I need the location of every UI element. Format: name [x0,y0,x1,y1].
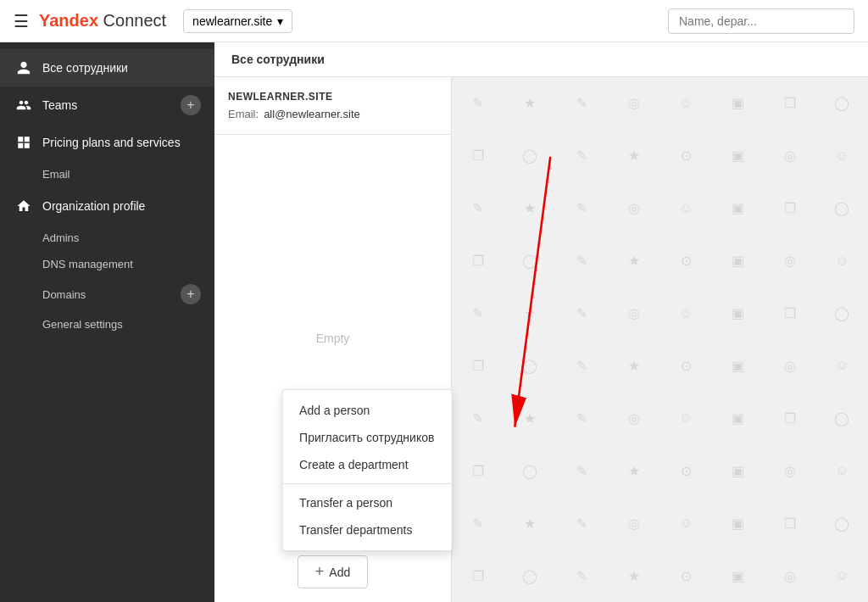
grid-icon: ◯ [504,339,555,392]
logo-connect: Connect [98,11,166,31]
dropdown-item-transfer-person[interactable]: Transfer a person [282,489,451,516]
people-icon [14,95,34,115]
grid-icon [14,132,34,153]
sidebar-item-general[interactable]: General settings [0,311,214,337]
email-label: Email: [228,108,259,120]
home-icon [14,196,34,216]
sidebar-item-label-dns: DNS management [42,258,133,270]
grid-icon: ✎ [452,77,504,130]
grid-icon: ✎ [556,287,608,340]
add-button[interactable]: + Add [298,555,368,588]
dropdown-item-add-person[interactable]: Add a person [282,397,451,424]
grid-icon: ▣ [712,339,764,392]
grid-icon: ☺ [816,339,868,392]
grid-icon: ❐ [452,235,504,287]
grid-icon: ❐ [452,444,504,497]
sidebar-item-admins[interactable]: Admins [0,225,214,251]
grid-icon: ▣ [712,130,764,182]
dropdown-divider [282,483,451,484]
grid-icon: ⊙ [660,444,712,497]
teams-add-button[interactable]: + [181,95,201,115]
grid-icon: ✎ [556,77,608,130]
grid-icon: ◯ [816,182,868,235]
grid-icon: ★ [608,130,659,182]
grid-icon: ◯ [504,130,555,182]
grid-icon: ☺ [816,444,868,497]
grid-icon: ▣ [712,235,764,287]
grid-icon: ◎ [764,549,815,602]
dropdown-item-create-dept[interactable]: Create a department [282,451,451,478]
logo-yandex: Yandex [39,11,98,31]
sidebar-item-dns[interactable]: DNS management [0,251,214,277]
sidebar-item-all-employees[interactable]: Все сотрудники [0,49,214,86]
grid-icon: ◯ [816,497,868,549]
dropdown-item-invite[interactable]: Пригласить сотрудников [282,424,451,451]
domain-value: newlearner.site [192,14,272,28]
grid-icon: ▣ [712,182,764,235]
department-name: NEWLEARNER.SITE [228,91,437,103]
sidebar-item-label-domains: Domains [42,288,86,301]
sidebar-item-pricing[interactable]: Pricing plans and services [0,124,214,161]
page-title: Все сотрудники [231,53,325,66]
chevron-down-icon: ▾ [277,14,283,28]
grid-icon: ❐ [452,130,504,182]
grid-icon: ✎ [556,130,608,182]
sidebar-item-teams[interactable]: Teams + [0,86,214,124]
grid-icon: ☺ [660,77,712,130]
sidebar-item-label-teams: Teams [42,98,181,112]
sidebar-item-org-profile[interactable]: Organization profile [0,187,214,225]
main-layout: Все сотрудники Teams + Pricing plans and… [0,42,868,602]
sidebar-item-label-org-profile: Organization profile [42,199,201,213]
sidebar: Все сотрудники Teams + Pricing plans and… [0,42,214,602]
hamburger-icon[interactable]: ☰ [14,11,29,31]
grid-icon: ★ [504,182,555,235]
left-panel: NEWLEARNER.SITE Email: all@newlearner.si… [214,77,452,602]
grid-icon: ★ [608,444,659,497]
grid-icon: ✎ [556,444,608,497]
grid-icon: ★ [504,392,555,444]
sidebar-item-email[interactable]: Email [0,161,214,187]
grid-icon: ✎ [556,549,608,602]
search-input[interactable] [668,8,854,34]
grid-icon: ⊙ [660,235,712,287]
domain-selector[interactable]: newlearner.site ▾ [183,9,292,33]
content-area: Все сотрудники NEWLEARNER.SITE Email: al… [214,42,868,602]
sidebar-item-label-all-employees: Все сотрудники [42,61,201,75]
sidebar-item-label-pricing: Pricing plans and services [42,136,201,149]
grid-icon: ★ [608,339,659,392]
grid-icon: ⊙ [660,130,712,182]
grid-icon: ☺ [660,182,712,235]
grid-icon: ✎ [452,497,504,549]
grid-icon: ✎ [452,182,504,235]
grid-icon: ✎ [452,392,504,444]
grid-icon: ☺ [816,549,868,602]
grid-icon: ◎ [764,235,815,287]
content-body: NEWLEARNER.SITE Email: all@newlearner.si… [214,77,868,602]
grid-icon: ▣ [712,549,764,602]
grid-icon: ★ [504,287,555,340]
grid-icon: ❐ [764,77,815,130]
logo: Yandex Connect [39,11,166,31]
grid-icon: ◯ [816,287,868,340]
sidebar-item-label-general: General settings [42,318,123,331]
department-card: NEWLEARNER.SITE Email: all@newlearner.si… [214,77,451,135]
grid-icon: ◎ [608,497,659,549]
sidebar-item-label-email: Email [42,168,70,181]
grid-icon: ▣ [712,497,764,549]
dropdown-item-transfer-depts[interactable]: Transfer departments [282,516,451,543]
dropdown-menu: Add a person Пригласить сотрудников Crea… [281,389,452,551]
grid-icon: ☺ [660,392,712,444]
grid-icon: ◯ [816,392,868,444]
sidebar-item-domains[interactable]: Domains + [0,277,214,311]
add-button-area: Add a person Пригласить сотрудников Crea… [214,542,451,602]
grid-icon: ◎ [608,77,659,130]
grid-icon: ☺ [660,287,712,340]
grid-icon: ✎ [556,182,608,235]
icon-grid: (function() { const icons = ['✎','★','✎'… [452,77,868,602]
grid-icon: ▣ [712,392,764,444]
grid-icon: ◎ [608,182,659,235]
content-header: Все сотрудники [214,42,868,77]
grid-icon: ❐ [452,339,504,392]
grid-icon: ❐ [764,497,815,549]
domains-add-button[interactable]: + [181,284,201,304]
